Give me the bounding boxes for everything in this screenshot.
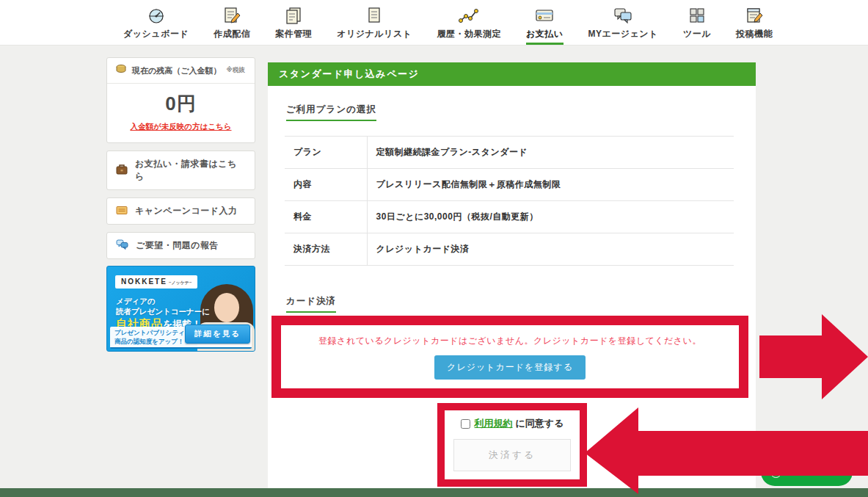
sidebar-item-label: お支払い・請求書はこちら — [135, 158, 246, 183]
ad-brand-logo: NOKKETE−ノッケテ− — [115, 275, 197, 289]
payment-application-page: ダッシュボード 作成配信 案件管理 オリジナルリスト 履歴・効果測定 — [0, 0, 868, 497]
nav-label: 履歴・効果測定 — [437, 28, 501, 40]
sidebar-item-label: ご要望・問題の報告 — [136, 239, 219, 252]
campaign-ticket-icon — [116, 206, 128, 217]
balance-card-header: 現在の残高（ご入金額） ※税抜 — [107, 58, 255, 84]
sidebar-item-invoices[interactable]: お支払い・請求書はこちら — [106, 150, 255, 190]
card-alert: 登録されているクレジットカードはございません。クレジットカードを登録してください… — [281, 325, 739, 388]
sidebar-item-campaign-code[interactable]: キャンペーンコード入力 — [106, 197, 255, 225]
tools-grid-icon — [688, 5, 707, 26]
compose-document-icon — [222, 5, 241, 26]
nav-label: 作成配信 — [214, 28, 250, 40]
row-label: プラン — [285, 137, 367, 169]
red-arrow-pointing-right — [759, 314, 868, 399]
nav-item-create-distribute[interactable]: 作成配信 — [214, 0, 250, 45]
balance-amount: 0円 — [107, 91, 255, 117]
balance-title: 現在の残高（ご入金額） — [132, 65, 222, 76]
table-row: プラン 定額制継続課金プラン-スタンダード — [285, 137, 734, 169]
terms-agreement-row: 利用規約 に同意する — [445, 417, 580, 430]
top-navbar: ダッシュボード 作成配信 案件管理 オリジナルリスト 履歴・効果測定 — [0, 0, 868, 46]
sidebar-item-label: キャンペーンコード入力 — [135, 205, 237, 217]
invoice-wallet-icon — [116, 164, 128, 177]
table-row: 料金 30日ごとに30,000円（税抜/自動更新） — [285, 201, 734, 233]
nav-item-my-agent[interactable]: MYエージェント — [588, 0, 658, 45]
row-value: 定額制継続課金プラン-スタンダード — [367, 137, 734, 169]
nokkete-ad-banner[interactable]: NOKKETE−ノッケテ− メディアの 読者プレゼントコーナーに 自社商品を掲載… — [106, 266, 255, 352]
nav-label: お支払い — [526, 28, 564, 40]
row-value: 30日ごとに30,000円（税抜/自動更新） — [367, 201, 734, 233]
card-section-title: カード決済 — [286, 295, 336, 313]
agreement-highlight-frame: 利用規約 に同意する 決済する — [437, 403, 587, 487]
nav-item-history-analytics[interactable]: 履歴・効果測定 — [437, 0, 501, 45]
ad-details-button[interactable]: 詳細を見る — [185, 324, 250, 344]
nav-item-tools[interactable]: ツール — [683, 0, 711, 45]
nav-item-dashboard[interactable]: ダッシュボード — [123, 0, 189, 45]
page-title: スタンダード申し込みページ — [268, 62, 756, 86]
table-row: 決済方法 クレジットカード決済 — [285, 233, 734, 266]
post-edit-icon — [745, 5, 764, 26]
plan-section-title: ご利用プランの選択 — [286, 104, 376, 121]
feedback-chat-icon — [116, 239, 128, 252]
sidebar-item-feedback[interactable]: ご要望・問題の報告 — [106, 232, 255, 259]
register-credit-card-button[interactable]: クレジットカードを登録する — [434, 355, 586, 380]
agent-chat-icon — [613, 5, 633, 26]
table-row: 内容 プレスリリース配信無制限＋原稿作成無制限 — [285, 169, 734, 201]
terms-checkbox[interactable] — [461, 419, 470, 429]
bottom-green-bar — [0, 488, 868, 497]
plan-table: プラン 定額制継続課金プラン-スタンダード 内容 プレスリリース配信無制限＋原稿… — [285, 136, 734, 266]
nav-label: 投稿機能 — [736, 28, 773, 40]
nav-item-case-management[interactable]: 案件管理 — [275, 0, 312, 45]
dashboard-gauge-icon — [147, 5, 166, 26]
ad-copy-line1: メディアの — [116, 297, 156, 307]
nav-label: ダッシュボード — [123, 28, 189, 40]
nav-item-original-list[interactable]: オリジナルリスト — [337, 0, 412, 45]
row-value: プレスリリース配信無制限＋原稿作成無制限 — [367, 169, 734, 201]
nav-label: オリジナルリスト — [337, 28, 412, 40]
active-tab-underline — [526, 43, 564, 45]
no-card-message: 登録されているクレジットカードはございません。クレジットカードを登録してください… — [318, 335, 701, 347]
payment-card-icon — [534, 5, 555, 26]
nav-item-post-function[interactable]: 投稿機能 — [736, 0, 773, 45]
left-sidebar: 現在の残高（ご入金額） ※税抜 0円 入金額が未反映の方はこちら お支払い・請求… — [106, 57, 255, 352]
nav-label: MYエージェント — [588, 28, 658, 40]
terms-suffix-text: に同意する — [516, 417, 564, 430]
payment-not-reflected-link[interactable]: 入金額が未反映の方はこちら — [131, 122, 232, 132]
balance-tax-note: ※税抜 — [227, 66, 245, 75]
card-alert-highlight-frame: 登録されているクレジットカードはございません。クレジットカードを登録してください… — [271, 316, 748, 398]
coins-icon — [115, 64, 127, 77]
nav-item-payment[interactable]: お支払い — [526, 0, 564, 45]
ad-copy-line2: 読者プレゼントコーナーに — [116, 307, 210, 317]
row-value: クレジットカード決済 — [367, 233, 734, 266]
row-label: 料金 — [285, 201, 367, 233]
balance-body: 0円 入金額が未反映の方はこちら — [107, 84, 255, 142]
row-label: 決済方法 — [285, 233, 367, 266]
nav-label: ツール — [683, 28, 711, 40]
terms-of-service-link[interactable]: 利用規約 — [475, 417, 513, 430]
nav-label: 案件管理 — [275, 28, 312, 40]
pay-button[interactable]: 決済する — [453, 439, 571, 471]
history-chart-icon — [458, 5, 480, 26]
original-list-icon — [365, 5, 384, 26]
case-documents-icon — [284, 5, 303, 26]
row-label: 内容 — [285, 169, 367, 201]
balance-card: 現在の残高（ご入金額） ※税抜 0円 入金額が未反映の方はこちら — [106, 57, 255, 143]
